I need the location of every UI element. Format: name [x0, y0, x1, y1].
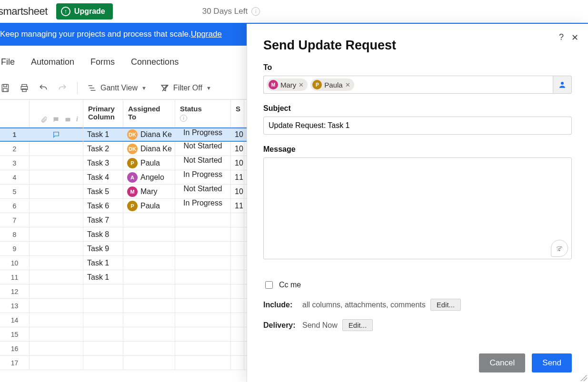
cell-task[interactable]: Task 3 — [83, 156, 123, 170]
row-indicator-cell[interactable] — [30, 156, 83, 170]
row-number[interactable]: 15 — [0, 327, 83, 342]
cell-task[interactable]: Task 1 — [83, 270, 123, 284]
cell-assigned[interactable]: DKDiana Ke — [123, 142, 175, 156]
row-number[interactable]: 13 — [0, 299, 83, 313]
row-indicator-cell[interactable] — [30, 227, 83, 241]
cell-status[interactable] — [175, 313, 231, 327]
to-field[interactable]: MMary✕PPaula✕ — [263, 76, 553, 94]
cell-s[interactable]: 10 — [231, 142, 244, 156]
cell-status[interactable] — [175, 227, 231, 241]
menu-forms[interactable]: Forms — [90, 57, 115, 67]
row-number-cell[interactable]: 14 — [0, 313, 30, 327]
row-number-cell[interactable]: 17 — [0, 356, 30, 370]
row-indicator-cell[interactable] — [30, 256, 83, 270]
cell-task[interactable] — [83, 342, 123, 355]
reminder-icon[interactable]: i — [76, 115, 78, 123]
cell-status[interactable] — [175, 327, 231, 341]
row-number-cell[interactable]: 5 — [0, 185, 30, 198]
cell-s[interactable] — [231, 342, 244, 355]
info-icon[interactable]: i — [251, 7, 260, 16]
row-number[interactable]: 1 — [0, 127, 83, 142]
cell-task[interactable]: Task 1 — [83, 128, 123, 141]
edit-delivery-button[interactable]: Edit... — [342, 319, 373, 331]
row-number[interactable]: 9 — [0, 242, 83, 256]
cell-assigned[interactable] — [123, 242, 175, 255]
cell-s[interactable] — [231, 327, 244, 341]
cell-assigned[interactable] — [123, 256, 175, 270]
row-number[interactable]: 8 — [0, 227, 83, 242]
cell-status[interactable] — [175, 270, 231, 284]
cell-assigned[interactable] — [123, 299, 175, 313]
cell-task[interactable]: Task 9 — [83, 242, 123, 255]
row-number-cell[interactable]: 11 — [0, 270, 30, 284]
row-number-cell[interactable]: 3 — [0, 156, 30, 170]
row-number-cell[interactable]: 7 — [0, 213, 30, 227]
row-number-cell[interactable]: 6 — [0, 199, 30, 213]
row-indicator-cell[interactable] — [30, 299, 83, 313]
print-icon[interactable] — [19, 83, 30, 93]
cancel-button[interactable]: Cancel — [479, 353, 525, 372]
row-indicator-cell[interactable] — [30, 284, 83, 298]
row-number-cell[interactable]: 16 — [0, 342, 30, 355]
cell-task[interactable]: Task 2 — [83, 142, 123, 156]
cell-assigned[interactable] — [123, 227, 175, 241]
view-selector[interactable]: Gantt View ▼ — [87, 83, 147, 93]
row-number[interactable]: 5 — [0, 185, 83, 199]
col-assigned[interactable]: Assigned To — [123, 100, 175, 127]
row-number-cell[interactable]: 9 — [0, 242, 30, 255]
row-indicator-cell[interactable] — [30, 270, 83, 284]
cell-task[interactable] — [83, 356, 123, 370]
cell-assigned[interactable] — [123, 356, 175, 370]
close-icon[interactable]: ✕ — [571, 32, 578, 43]
remove-chip-icon[interactable]: ✕ — [299, 81, 304, 88]
cell-s[interactable]: 10 — [231, 185, 244, 198]
row-number[interactable]: 10 — [0, 256, 83, 270]
upgrade-button[interactable]: ↑ Upgrade — [56, 3, 113, 20]
cell-assigned[interactable] — [123, 342, 175, 355]
cc-me-checkbox[interactable] — [265, 281, 273, 289]
col-status[interactable]: Status i — [175, 100, 231, 127]
attachment-icon[interactable] — [40, 116, 48, 123]
edit-include-button[interactable]: Edit... — [430, 299, 461, 311]
cell-status[interactable]: Not Started — [175, 185, 231, 198]
cell-status[interactable] — [175, 342, 231, 355]
row-indicator-cell[interactable] — [30, 128, 83, 141]
cell-s[interactable] — [231, 256, 244, 270]
resize-handle-icon[interactable] — [580, 374, 587, 381]
row-indicator-cell[interactable] — [30, 142, 83, 156]
cell-status[interactable] — [175, 356, 231, 370]
recipient-chip[interactable]: PPaula✕ — [310, 78, 354, 91]
subject-input[interactable] — [263, 117, 572, 135]
save-icon[interactable] — [0, 83, 10, 93]
row-number[interactable]: 16 — [0, 342, 83, 356]
cell-task[interactable]: Task 1 — [83, 256, 123, 270]
row-indicator-cell[interactable] — [30, 213, 83, 227]
cell-status[interactable] — [175, 242, 231, 255]
cell-task[interactable] — [83, 299, 123, 313]
cell-task[interactable]: Task 7 — [83, 213, 123, 227]
row-number-cell[interactable]: 2 — [0, 142, 30, 156]
banner-upgrade-link[interactable]: Upgrade — [191, 29, 222, 39]
cell-assigned[interactable]: PPaula — [123, 156, 175, 170]
row-number[interactable]: 4 — [0, 170, 83, 185]
menu-connections[interactable]: Connections — [131, 57, 179, 67]
cell-s[interactable]: 11 — [231, 170, 244, 184]
cell-task[interactable] — [83, 327, 123, 341]
row-number-cell[interactable]: 13 — [0, 299, 30, 313]
row-number[interactable]: 14 — [0, 313, 83, 327]
row-number-cell[interactable]: 12 — [0, 284, 30, 298]
cell-s[interactable]: 10 — [231, 128, 244, 141]
cell-s[interactable] — [231, 242, 244, 255]
cell-s[interactable] — [231, 313, 244, 327]
row-number-cell[interactable]: 10 — [0, 256, 30, 270]
undo-icon[interactable] — [38, 83, 49, 93]
cell-assigned[interactable]: AAngelo — [123, 170, 175, 184]
cell-status[interactable] — [175, 213, 231, 227]
redo-icon[interactable] — [57, 83, 68, 93]
row-indicator-cell[interactable] — [30, 242, 83, 255]
cell-assigned[interactable] — [123, 213, 175, 227]
message-textarea[interactable] — [263, 157, 572, 259]
row-indicator-cell[interactable] — [30, 313, 83, 327]
cell-task[interactable]: Task 8 — [83, 227, 123, 241]
cell-assigned[interactable]: MMary — [123, 185, 175, 198]
